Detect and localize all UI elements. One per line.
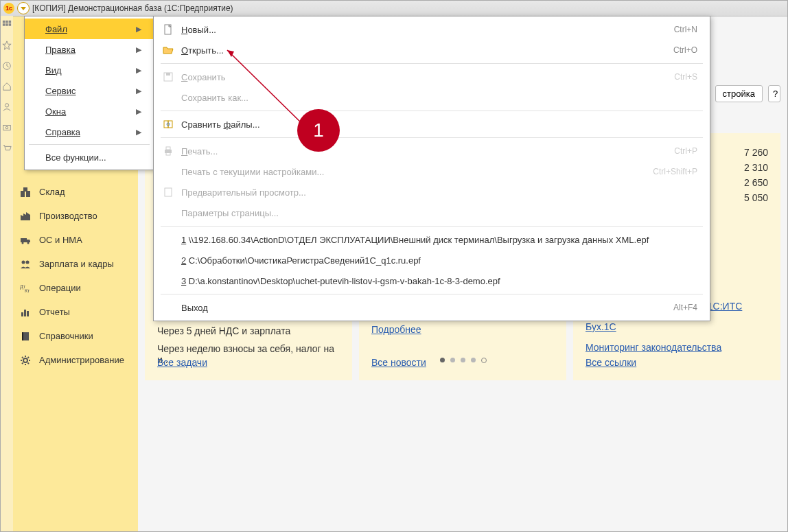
- menu-separator: [161, 294, 703, 294]
- sidebar-item-operatsii[interactable]: ДтКт Операции: [13, 276, 138, 300]
- sidebar-item-label: Склад: [39, 187, 65, 197]
- news-pager[interactable]: [440, 358, 487, 363]
- truck-icon: [20, 235, 31, 246]
- svg-rect-17: [23, 187, 27, 192]
- all-links[interactable]: Все ссылки: [586, 357, 636, 368]
- sidebar-item-otchety[interactable]: Отчеты: [13, 300, 138, 324]
- menu-service[interactable]: Сервис ▶: [25, 80, 154, 101]
- more-link[interactable]: Подробнее: [371, 324, 421, 335]
- shortcut: Ctrl+S: [674, 72, 697, 82]
- chart-icon: [20, 307, 31, 318]
- svg-rect-4: [3, 23, 5, 26]
- svg-rect-15: [21, 191, 25, 197]
- svg-rect-3: [9, 21, 12, 23]
- menu-separator: [29, 144, 150, 145]
- svg-rect-5: [5, 23, 8, 26]
- svg-rect-48: [165, 188, 172, 196]
- svg-point-30: [23, 358, 27, 362]
- shortcut: Alt+F4: [673, 303, 697, 312]
- sidebar-item-label: Зарплата и кадры: [39, 259, 114, 269]
- svg-line-10: [7, 66, 9, 67]
- menu-exit[interactable]: Выход Alt+F4: [154, 297, 710, 318]
- menu-edit[interactable]: Правка ▶: [25, 39, 154, 60]
- sidebar-item-os-nma[interactable]: ОС и НМА: [13, 228, 138, 252]
- svg-line-49: [227, 50, 303, 124]
- menu-recent-2[interactable]: 2 C:\Обработки\ОчистикаРегистраСведений1…: [154, 250, 710, 270]
- sidebar-item-proizvodstvo[interactable]: Производство: [13, 204, 138, 228]
- menu-help[interactable]: Справка ▶: [25, 122, 154, 142]
- chevron-right-icon: ▶: [136, 107, 141, 116]
- svg-rect-46: [166, 147, 170, 150]
- cart-icon[interactable]: [2, 143, 12, 153]
- svg-rect-16: [26, 191, 30, 197]
- svg-rect-43: [168, 121, 172, 128]
- svg-rect-42: [164, 121, 168, 128]
- shortcut: Ctrl+N: [674, 25, 697, 34]
- menu-page-params: Параметры страницы...: [154, 203, 710, 223]
- menu-print: Печать... Ctrl+P: [154, 141, 710, 161]
- chevron-right-icon: ▶: [136, 66, 141, 75]
- sidebar-item-zarplata[interactable]: Зарплата и кадры: [13, 252, 138, 276]
- link-monitoring[interactable]: Мониторинг законодательства: [586, 342, 721, 353]
- sidebar-item-label: Производство: [39, 211, 97, 221]
- sidebar-item-spravochniki[interactable]: Справочники: [13, 324, 138, 348]
- settings-button[interactable]: стройка: [715, 85, 763, 102]
- menu-windows[interactable]: Окна ▶: [25, 101, 154, 122]
- people-icon: [20, 259, 31, 270]
- menu-preview: Предварительный просмотр...: [154, 182, 710, 203]
- svg-line-37: [22, 362, 23, 364]
- home-icon[interactable]: [2, 82, 12, 91]
- save-icon: [161, 71, 176, 82]
- chevron-right-icon: ▶: [136, 86, 141, 95]
- all-news-link[interactable]: Все новости: [371, 357, 426, 368]
- svg-point-20: [27, 242, 30, 244]
- factory-icon: [20, 211, 31, 222]
- svg-point-19: [22, 242, 24, 244]
- main-menu: Файл ▶ Правка ▶ Вид ▶ Сервис ▶ Окна ▶ Сп…: [24, 16, 154, 170]
- sidebar-item-label: Операции: [39, 283, 81, 293]
- menu-all-functions[interactable]: Все функции...: [25, 147, 154, 167]
- svg-point-14: [5, 126, 8, 129]
- app-logo-icon: 1c: [3, 3, 14, 14]
- svg-rect-29: [22, 332, 23, 340]
- svg-rect-18: [21, 238, 27, 242]
- star-icon[interactable]: [2, 41, 12, 50]
- gear-icon: [20, 355, 31, 366]
- shortcut: Ctrl+Shift+P: [653, 167, 697, 176]
- sidebar-item-sklad[interactable]: Склад: [13, 180, 138, 204]
- svg-rect-41: [166, 73, 170, 76]
- svg-rect-1: [3, 21, 5, 23]
- grid-icon[interactable]: [2, 20, 12, 30]
- sidebar-item-admin[interactable]: Администрирование: [13, 348, 138, 372]
- preview-icon: [161, 187, 176, 198]
- help-button[interactable]: ?: [768, 85, 780, 102]
- titlebar: 1c [КОПИЯ] Демонстрационная база (1С:Пре…: [1, 1, 787, 16]
- menu-recent-3[interactable]: 3 D:\a.konstantinov\Desktop\uchet-putevi…: [154, 270, 710, 291]
- menu-print-current: Печать с текущими настройками... Ctrl+Sh…: [154, 161, 710, 182]
- clock-icon[interactable]: [2, 61, 12, 71]
- book-icon: [20, 331, 31, 342]
- dropdown-icon[interactable]: [17, 2, 30, 14]
- svg-line-35: [22, 357, 23, 358]
- in5days: Через 5 дней НДС и зарплата: [157, 325, 340, 336]
- menu-new[interactable]: Новый... Ctrl+N: [154, 19, 710, 40]
- svg-rect-13: [3, 126, 11, 130]
- svg-line-38: [28, 357, 30, 358]
- svg-rect-26: [24, 310, 26, 316]
- menu-file[interactable]: Файл ▶: [25, 19, 154, 39]
- svg-point-21: [22, 260, 25, 264]
- menu-recent-1[interactable]: 1 \\192.168.60.34\ActionD\ОТДЕЛ ЭКСПЛУАТ…: [154, 229, 710, 250]
- chevron-right-icon: ▶: [136, 45, 141, 54]
- compare-icon: [161, 119, 176, 130]
- window-title: [КОПИЯ] Демонстрационная база (1С:Предпр…: [32, 3, 233, 13]
- all-tasks-link[interactable]: Все задачи: [157, 357, 207, 368]
- svg-marker-0: [21, 7, 26, 10]
- shortcut: Ctrl+O: [673, 45, 697, 55]
- menu-view[interactable]: Вид ▶: [25, 60, 154, 80]
- printer-icon: [161, 146, 176, 157]
- person-icon[interactable]: [2, 102, 12, 112]
- sidebar-item-label: Справочники: [39, 331, 93, 341]
- link-buh[interactable]: Бух.1С: [586, 321, 616, 332]
- shortcut: Ctrl+P: [674, 146, 697, 156]
- money-icon[interactable]: [2, 123, 12, 132]
